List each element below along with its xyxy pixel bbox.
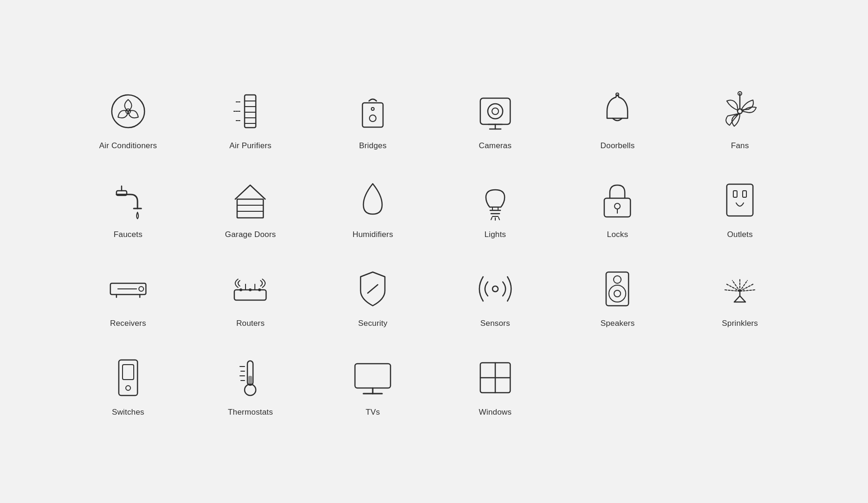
- security-icon: [349, 266, 396, 312]
- item-sensors[interactable]: Sensors: [436, 256, 554, 336]
- svg-point-54: [614, 290, 621, 297]
- bridges-icon: [349, 88, 396, 135]
- item-cameras[interactable]: Cameras: [436, 79, 554, 158]
- svg-point-40: [139, 287, 144, 291]
- garage-doors-icon: [227, 177, 274, 223]
- svg-rect-36: [733, 191, 737, 197]
- air-purifiers-label: Air Purifiers: [229, 141, 271, 151]
- sprinklers-label: Sprinklers: [722, 319, 758, 328]
- item-sprinklers[interactable]: Sprinklers: [681, 256, 799, 336]
- item-fans[interactable]: Fans: [681, 79, 799, 158]
- svg-line-62: [740, 290, 755, 291]
- receivers-label: Receivers: [110, 319, 146, 328]
- sprinklers-icon: [716, 266, 763, 312]
- item-bridges[interactable]: Bridges: [314, 79, 432, 158]
- svg-rect-11: [480, 98, 510, 124]
- outlets-label: Outlets: [727, 230, 753, 239]
- thermostats-label: Thermostats: [228, 408, 273, 417]
- locks-label: Locks: [607, 230, 628, 239]
- device-category-grid: Air Conditioners Air Purifiers: [69, 79, 799, 424]
- svg-rect-64: [123, 365, 134, 380]
- air-conditioners-label: Air Conditioners: [99, 141, 157, 151]
- locks-icon: [594, 177, 641, 223]
- item-tvs[interactable]: TVs: [314, 345, 432, 424]
- garage-doors-label: Garage Doors: [225, 230, 276, 239]
- item-humidifiers[interactable]: Humidifiers: [314, 167, 432, 247]
- receivers-icon: [105, 266, 152, 312]
- windows-label: Windows: [479, 408, 512, 417]
- svg-rect-43: [234, 290, 266, 300]
- item-air-purifiers[interactable]: Air Purifiers: [192, 79, 310, 158]
- item-air-conditioners[interactable]: Air Conditioners: [69, 79, 187, 158]
- svg-rect-51: [606, 272, 629, 306]
- svg-point-68: [245, 384, 256, 395]
- item-outlets[interactable]: Outlets: [681, 167, 799, 247]
- item-garage-doors[interactable]: Garage Doors: [192, 167, 310, 247]
- item-switches[interactable]: Switches: [69, 345, 187, 424]
- item-thermostats[interactable]: Thermostats: [192, 345, 310, 424]
- svg-point-53: [609, 285, 626, 302]
- item-receivers[interactable]: Receivers: [69, 256, 187, 336]
- item-locks[interactable]: Locks: [559, 167, 677, 247]
- faucets-label: Faucets: [114, 230, 143, 239]
- svg-point-12: [488, 104, 503, 119]
- tvs-icon: [349, 354, 396, 401]
- sensors-label: Sensors: [480, 319, 510, 328]
- lights-label: Lights: [485, 230, 506, 239]
- item-routers[interactable]: Routers: [192, 256, 310, 336]
- svg-rect-32: [604, 198, 630, 217]
- svg-point-9: [369, 115, 376, 122]
- svg-point-52: [614, 276, 621, 283]
- svg-point-50: [492, 286, 498, 292]
- item-windows[interactable]: Windows: [436, 345, 554, 424]
- svg-point-13: [492, 108, 499, 115]
- cameras-label: Cameras: [479, 141, 512, 151]
- item-speakers[interactable]: Speakers: [559, 256, 677, 336]
- svg-line-49: [368, 285, 377, 293]
- bridges-label: Bridges: [359, 141, 387, 151]
- doorbells-icon: [594, 88, 641, 135]
- svg-line-61: [725, 290, 740, 291]
- item-faucets[interactable]: Faucets: [69, 167, 187, 247]
- tvs-label: TVs: [366, 408, 380, 417]
- humidifiers-icon: [349, 177, 396, 223]
- thermostats-icon: [227, 354, 274, 401]
- item-doorbells[interactable]: Doorbells: [559, 79, 677, 158]
- svg-rect-23: [237, 199, 263, 218]
- cameras-icon: [472, 88, 519, 135]
- switches-icon: [105, 354, 152, 401]
- humidifiers-label: Humidifiers: [353, 230, 393, 239]
- svg-line-30: [491, 217, 492, 220]
- air-conditioners-icon: [105, 88, 152, 135]
- svg-line-31: [499, 217, 499, 220]
- lights-icon: [472, 177, 519, 223]
- speakers-icon: [594, 266, 641, 312]
- svg-rect-35: [727, 184, 753, 216]
- air-purifiers-icon: [227, 88, 274, 135]
- svg-rect-37: [743, 191, 746, 197]
- item-lights[interactable]: Lights: [436, 167, 554, 247]
- security-label: Security: [358, 319, 388, 328]
- svg-point-10: [371, 108, 374, 110]
- item-security[interactable]: Security: [314, 256, 432, 336]
- svg-rect-73: [355, 364, 391, 388]
- switches-label: Switches: [112, 408, 144, 417]
- svg-point-33: [615, 203, 620, 209]
- svg-point-65: [126, 386, 130, 390]
- faucets-icon: [105, 177, 152, 223]
- fans-icon: [716, 88, 763, 135]
- doorbells-label: Doorbells: [600, 141, 635, 151]
- svg-rect-2: [245, 95, 256, 128]
- windows-icon: [472, 354, 519, 401]
- routers-label: Routers: [236, 319, 265, 328]
- fans-label: Fans: [731, 141, 749, 151]
- routers-icon: [227, 266, 274, 312]
- sensors-icon: [472, 266, 519, 312]
- speakers-label: Speakers: [600, 319, 635, 328]
- outlets-icon: [716, 177, 763, 223]
